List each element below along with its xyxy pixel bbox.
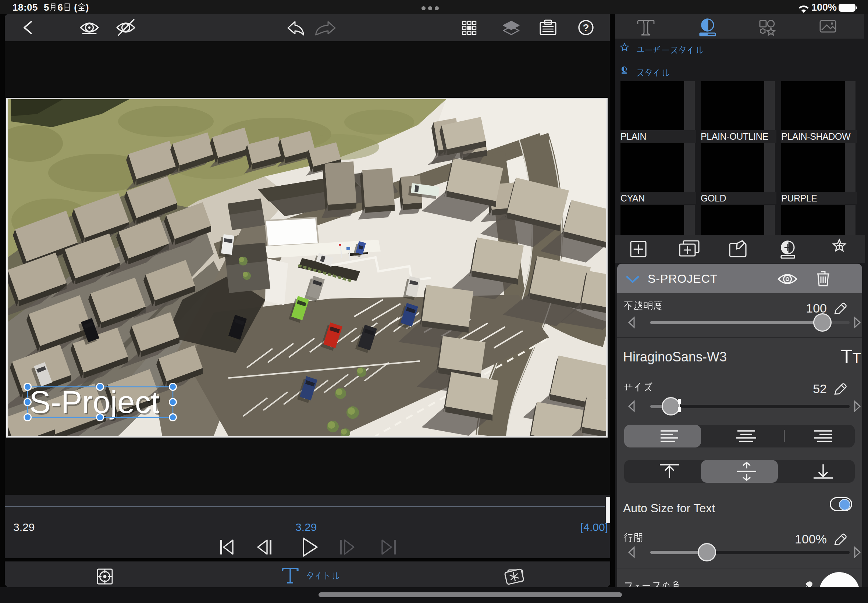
svg-text:S-Project: S-Project <box>29 384 159 419</box>
svg-text:?: ? <box>583 22 589 34</box>
